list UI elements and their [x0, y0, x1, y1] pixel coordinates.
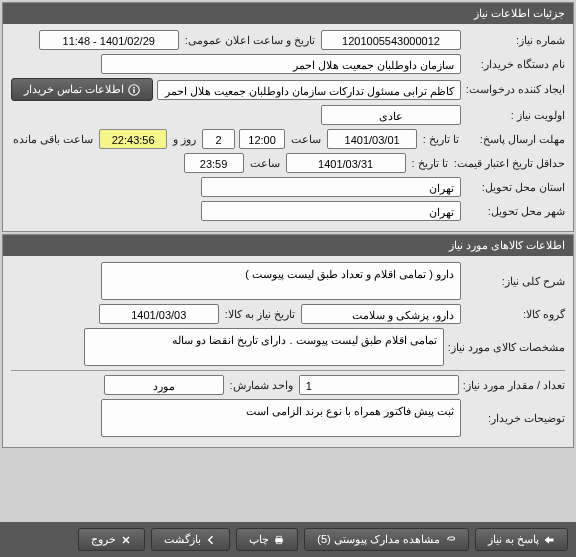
buyer-contact-label: اطلاعات تماس خریدار: [24, 83, 124, 96]
announce-field: 1401/02/29 - 11:48: [39, 30, 179, 50]
days-and-label: روز و: [171, 133, 198, 146]
deadline-reply-label: مهلت ارسال پاسخ:: [465, 133, 565, 146]
qty-field: 1: [299, 375, 459, 395]
attachments-button[interactable]: مشاهده مدارک پیوستی (5): [304, 528, 469, 551]
to-date-label-2: تا تاریخ :: [410, 157, 450, 170]
footer-toolbar: پاسخ به نیاز مشاهده مدارک پیوستی (5) چاپ…: [0, 522, 576, 557]
unit-label: واحد شمارش:: [228, 379, 295, 392]
hour-label-2: ساعت: [248, 157, 282, 170]
exit-label: خروج: [91, 533, 116, 546]
goods-info-header: اطلاعات کالاهای مورد نیاز: [3, 235, 573, 256]
exit-icon: [120, 534, 132, 546]
reply-time-field: 12:00: [239, 129, 286, 149]
priority-label: اولویت نیاز :: [465, 109, 565, 122]
delivery-city-field: تهران: [201, 201, 461, 221]
creator-label: ایجاد کننده درخواست:: [465, 83, 565, 96]
need-no-label: شماره نیاز:: [465, 34, 565, 47]
buyer-contact-button[interactable]: اطلاعات تماس خریدار: [11, 78, 153, 101]
reply-date-field: 1401/03/01: [327, 129, 416, 149]
hour-label-1: ساعت: [289, 133, 323, 146]
svg-rect-4: [277, 536, 282, 538]
info-icon: [128, 84, 140, 96]
svg-rect-1: [133, 89, 135, 93]
delivery-province-field: تهران: [201, 177, 461, 197]
svg-rect-2: [133, 87, 135, 89]
attachment-icon: [444, 534, 456, 546]
to-date-label-1: تا تاریخ :: [421, 133, 461, 146]
price-time-field: 23:59: [184, 153, 244, 173]
delivery-city-label: شهر محل تحویل:: [465, 205, 565, 218]
creator-field: کاظم ترابی مسئول تدارکات سازمان داوطلبان…: [157, 80, 461, 100]
need-by-label: تاریخ نیاز به کالا:: [223, 308, 297, 321]
price-validity-label: حداقل تاریخ اعتبار قیمت:: [454, 157, 565, 170]
exit-button[interactable]: خروج: [78, 528, 145, 551]
days-field: 2: [202, 129, 234, 149]
need-info-panel: جزئیات اطلاعات نیاز شماره نیاز: 12010055…: [2, 2, 574, 232]
svg-rect-5: [277, 541, 282, 543]
buyer-notes-label: توضیحات خریدار:: [465, 412, 565, 425]
back-label: بازگشت: [164, 533, 201, 546]
reply-button[interactable]: پاسخ به نیاز: [475, 528, 568, 551]
buyer-label: نام دستگاه خریدار:: [465, 58, 565, 71]
separator: [11, 370, 565, 371]
back-icon: [205, 534, 217, 546]
goods-spec-field: تمامی اقلام طبق لیست پیوست . دارای تاریخ…: [84, 328, 444, 366]
qty-label: تعداد / مقدار مورد نیاز:: [463, 379, 565, 392]
buyer-field: سازمان داوطلبان جمعیت هلال احمر: [101, 54, 461, 74]
unit-field: مورد: [104, 375, 224, 395]
back-button[interactable]: بازگشت: [151, 528, 230, 551]
need-by-field: 1401/03/03: [99, 304, 219, 324]
price-date-field: 1401/03/31: [286, 153, 406, 173]
priority-field: عادی: [321, 105, 461, 125]
goods-group-field: دارو، پزشکی و سلامت: [301, 304, 461, 324]
goods-desc-field: دارو ( تمامی اقلام و تعداد طبق لیست پیوس…: [101, 262, 461, 300]
remaining-time-field: 22:43:56: [99, 129, 167, 149]
goods-group-label: گروه کالا:: [465, 308, 565, 321]
attachments-label: مشاهده مدارک پیوستی (5): [317, 533, 440, 546]
buyer-notes-field: ثبت پیش فاکتور همراه با نوع برند الزامی …: [101, 399, 461, 437]
reply-label: پاسخ به نیاز: [488, 533, 539, 546]
announce-label: تاریخ و ساعت اعلان عمومی:: [183, 34, 317, 47]
print-label: چاپ: [249, 533, 269, 546]
goods-desc-label: شرح کلی نیاز:: [465, 275, 565, 288]
need-info-header: جزئیات اطلاعات نیاز: [3, 3, 573, 24]
print-button[interactable]: چاپ: [236, 528, 298, 551]
need-no-field: 1201005543000012: [321, 30, 461, 50]
goods-info-panel: اطلاعات کالاهای مورد نیاز شرح کلی نیاز: …: [2, 234, 574, 448]
goods-spec-label: مشخصات کالای مورد نیاز:: [448, 341, 565, 354]
delivery-province-label: استان محل تحویل:: [465, 181, 565, 194]
remaining-label: ساعت باقی مانده: [11, 133, 95, 146]
print-icon: [273, 534, 285, 546]
reply-icon: [543, 534, 555, 546]
